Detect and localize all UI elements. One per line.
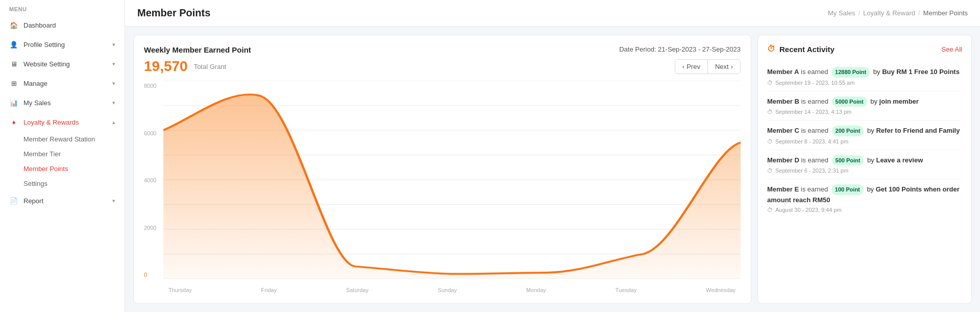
chevron-down-icon: ▾ xyxy=(112,100,115,106)
chart-title: Weekly Member Earned Point xyxy=(144,45,251,54)
points-badge: 500 Point xyxy=(832,155,864,166)
action-label: Buy RM 1 Free 10 Points xyxy=(882,68,960,76)
chart-header: Weekly Member Earned Point Date Period: … xyxy=(144,45,741,54)
date-period: Date Period: 21-Sep-2023 - 27-Sep-2023 xyxy=(619,45,741,53)
monitor-icon: 🖥 xyxy=(9,59,18,68)
sidebar-item-label: Manage xyxy=(23,80,47,87)
diamond-icon: ♦ xyxy=(9,117,18,127)
list-item: Member E is earned 100 Point by Get 100 … xyxy=(767,179,962,218)
sidebar-item-label: Dashboard xyxy=(23,21,56,29)
sidebar-sub-item-member-points[interactable]: Member Points xyxy=(23,161,125,176)
next-button[interactable]: Next › xyxy=(707,60,740,74)
action-label: Refer to Friend and Family xyxy=(876,127,960,134)
list-item: Member A is earned 12880 Point by Buy RM… xyxy=(767,62,962,91)
page-title: Member Points xyxy=(137,7,210,19)
activity-text: Member B is earned 5000 Point by join me… xyxy=(767,97,962,107)
file-icon: 📄 xyxy=(9,196,18,205)
activity-time: ⏱ September 8 - 2023, 4:41 pm xyxy=(767,138,962,145)
sidebar-item-label: My Sales xyxy=(23,99,51,107)
chevron-down-icon: ▾ xyxy=(112,80,115,87)
main-content: Member Points My Sales / Loyalty & Rewar… xyxy=(125,0,980,312)
action-label: Leave a review xyxy=(876,156,923,164)
chevron-down-icon: ▾ xyxy=(112,198,115,204)
activity-text: Member A is earned 12880 Point by Buy RM… xyxy=(767,67,962,78)
clock-small-icon: ⏱ xyxy=(767,207,773,213)
list-item: Member B is earned 5000 Point by join me… xyxy=(767,91,962,121)
chart-svg-container xyxy=(163,81,741,279)
list-item: Member C is earned 200 Point by Refer to… xyxy=(767,121,962,150)
prev-button[interactable]: ‹ Prev xyxy=(675,60,707,74)
sidebar: MENU 🏠 Dashboard 👤 Profile Setting ▾ 🖥 W… xyxy=(0,0,125,312)
total-grant-label: Total Grant xyxy=(194,63,227,70)
breadcrumb-sep-2: / xyxy=(918,9,920,17)
sidebar-item-dashboard[interactable]: 🏠 Dashboard xyxy=(0,15,125,35)
chart-area: 8000 6000 4000 2000 0 xyxy=(144,81,741,293)
points-badge: 100 Point xyxy=(831,184,864,195)
clock-small-icon: ⏱ xyxy=(767,109,773,115)
member-name: Member B xyxy=(767,98,799,105)
user-icon: 👤 xyxy=(9,40,18,49)
points-badge: 200 Point xyxy=(832,126,864,136)
sidebar-item-label: Loyalty & Rewards xyxy=(23,118,79,126)
loyalty-rewards-submenu: Member Reward Station Member Tier Member… xyxy=(0,132,125,191)
activity-panel: ⏱ Recent Activity See All Member A is ea… xyxy=(757,35,972,304)
activity-time: ⏱ September 19 - 2023, 10:55 am xyxy=(767,80,962,86)
breadcrumb-sep-1: / xyxy=(858,9,860,17)
x-axis-labels: Thursday Friday Saturday Sunday Monday T… xyxy=(163,287,741,293)
chart-panel: Weekly Member Earned Point Date Period: … xyxy=(133,35,751,304)
points-badge: 12880 Point xyxy=(831,67,870,78)
chevron-right-icon: › xyxy=(731,63,733,70)
see-all-button[interactable]: See All xyxy=(942,45,962,53)
breadcrumb: My Sales / Loyalty & Reward / Member Poi… xyxy=(828,9,968,17)
activity-title: ⏱ Recent Activity xyxy=(767,44,835,54)
member-name: Member E xyxy=(767,185,799,193)
chart-area-fill xyxy=(163,94,741,279)
activity-time: ⏱ September 6 - 2023, 2:31 pm xyxy=(767,167,962,174)
sidebar-item-label: Profile Setting xyxy=(23,41,65,49)
clock-icon: ⏱ xyxy=(767,44,775,54)
bar-chart-icon: 📊 xyxy=(9,98,18,107)
y-axis-labels: 8000 6000 4000 2000 0 xyxy=(144,81,163,278)
nav-buttons-container: ‹ Prev Next › xyxy=(675,59,741,74)
chevron-down-icon: ▾ xyxy=(112,61,115,67)
clock-small-icon: ⏱ xyxy=(767,138,773,145)
breadcrumb-member-points: Member Points xyxy=(923,9,968,17)
chart-svg xyxy=(163,81,741,279)
main-body: Weekly Member Earned Point Date Period: … xyxy=(125,27,980,312)
page-header: Member Points My Sales / Loyalty & Rewar… xyxy=(125,0,980,27)
activity-time: ⏱ August 30 - 2023, 9:44 pm xyxy=(767,207,962,213)
sidebar-item-profile-setting[interactable]: 👤 Profile Setting ▾ xyxy=(0,35,125,54)
chevron-down-icon: ▾ xyxy=(112,41,115,48)
member-name: Member A xyxy=(767,68,799,76)
points-badge: 5000 Point xyxy=(832,97,867,107)
total-grant-row: 19,570 Total Grant ‹ Prev Next › xyxy=(144,58,741,75)
breadcrumb-my-sales[interactable]: My Sales xyxy=(828,9,855,17)
activity-text: Member C is earned 200 Point by Refer to… xyxy=(767,126,962,136)
sidebar-item-label: Report xyxy=(23,197,43,205)
list-item: Member D is earned 500 Point by Leave a … xyxy=(767,150,962,180)
chevron-up-icon: ▴ xyxy=(112,119,115,126)
activity-list: Member A is earned 12880 Point by Buy RM… xyxy=(767,62,962,218)
nav-buttons: ‹ Prev Next › xyxy=(675,59,741,74)
total-grant-number: 19,570 xyxy=(144,58,188,75)
sidebar-item-report[interactable]: 📄 Report ▾ xyxy=(0,191,125,210)
clock-small-icon: ⏱ xyxy=(767,80,773,86)
menu-label: MENU xyxy=(0,0,125,15)
chevron-left-icon: ‹ xyxy=(682,63,684,70)
sidebar-item-loyalty-rewards[interactable]: ♦ Loyalty & Rewards ▴ xyxy=(0,112,125,132)
breadcrumb-loyalty-reward[interactable]: Loyalty & Reward xyxy=(863,9,915,17)
sidebar-item-manage[interactable]: ⊞ Manage ▾ xyxy=(0,74,125,93)
action-label: join member xyxy=(879,98,919,105)
sidebar-sub-item-settings[interactable]: Settings xyxy=(23,176,125,191)
grid-icon: ⊞ xyxy=(9,79,18,88)
sidebar-item-website-setting[interactable]: 🖥 Website Setting ▾ xyxy=(0,54,125,74)
activity-header: ⏱ Recent Activity See All xyxy=(767,44,962,54)
sidebar-item-label: Website Setting xyxy=(23,60,70,68)
clock-small-icon: ⏱ xyxy=(767,167,773,174)
sidebar-item-my-sales[interactable]: 📊 My Sales ▾ xyxy=(0,93,125,112)
member-name: Member C xyxy=(767,127,799,134)
activity-time: ⏱ September 14 - 2023, 4:13 pm xyxy=(767,109,962,115)
activity-text: Member E is earned 100 Point by Get 100 … xyxy=(767,184,962,205)
sidebar-sub-item-member-tier[interactable]: Member Tier xyxy=(23,147,125,161)
sidebar-sub-item-member-reward-station[interactable]: Member Reward Station xyxy=(23,132,125,147)
